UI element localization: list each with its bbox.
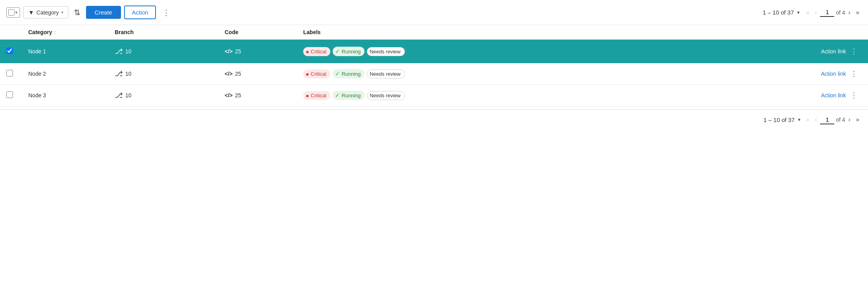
col-header-category: Category ↕ — [28, 29, 115, 35]
review-label-text: Needs review — [370, 49, 401, 55]
create-button[interactable]: Create — [86, 6, 121, 19]
row-branch-0: ⎇10 — [115, 47, 225, 56]
next-page-button[interactable]: › — [846, 7, 853, 18]
select-all-checkbox-wrapper[interactable]: ▾ — [6, 7, 20, 18]
label-running-badge: ✓Running — [333, 91, 364, 100]
bottom-next-page-button[interactable]: › — [846, 115, 853, 125]
row-checkbox-2 — [6, 91, 28, 99]
row-labels-1: ●Critical✓RunningNeeds review — [303, 69, 775, 78]
row-checkbox-input-1[interactable] — [6, 70, 13, 76]
running-icon: ✓ — [335, 70, 340, 77]
pagination-nav: « ‹ 1 of 4 › » — [804, 7, 862, 18]
row-code-1: </>25 — [225, 71, 303, 77]
filter-button[interactable]: ▼ Category ▾ — [23, 6, 68, 18]
col-header-branch: Branch — [115, 29, 225, 35]
running-icon: ✓ — [335, 48, 340, 55]
row-action-link-2[interactable]: Action link — [775, 92, 846, 98]
more-vert-icon: ⋮ — [162, 8, 170, 17]
last-page-button[interactable]: » — [853, 7, 862, 18]
sort-button[interactable]: ⇅ — [71, 6, 83, 19]
branch-value: 10 — [125, 48, 132, 55]
col-header-action — [775, 29, 846, 35]
bottom-page-input[interactable]: 1 — [820, 115, 834, 124]
pagination-info: 1 – 10 of 37 ▼ — [763, 9, 800, 16]
row-branch-1: ⎇10 — [115, 69, 225, 78]
critical-icon: ● — [306, 48, 309, 55]
col-header-checkbox — [6, 29, 28, 35]
code-icon: </> — [225, 48, 233, 55]
bottom-first-page-button[interactable]: « — [804, 115, 812, 125]
sort-icon: ⇅ — [74, 8, 81, 17]
label-critical-badge: ●Critical — [303, 91, 330, 100]
row-more-btn-1[interactable]: ⋮ — [848, 69, 860, 79]
critical-icon: ● — [306, 71, 309, 77]
review-label-text: Needs review — [370, 71, 401, 77]
row-checkbox-input-2[interactable] — [6, 91, 13, 98]
code-value: 25 — [235, 48, 241, 55]
col-header-code: Code — [225, 29, 303, 35]
row-category-2: Node 3 — [28, 92, 115, 98]
label-critical-badge: ●Critical — [303, 47, 330, 56]
branch-icon: ⎇ — [115, 47, 123, 56]
running-label-text: Running — [342, 93, 361, 98]
more-options-button[interactable]: ⋮ — [159, 6, 174, 19]
row-checkbox-1 — [6, 70, 28, 78]
code-icon: </> — [225, 71, 233, 77]
bottom-last-page-button[interactable]: » — [853, 115, 862, 125]
of-pages-text: of 4 — [836, 9, 845, 16]
label-review-badge: Needs review — [367, 91, 405, 100]
row-more-btn-0[interactable]: ⋮ — [848, 46, 860, 56]
bottom-pagination-caret[interactable]: ▼ — [797, 117, 801, 122]
review-label-text: Needs review — [370, 93, 401, 98]
running-label-text: Running — [342, 49, 361, 55]
col-header-more — [846, 29, 862, 35]
row-category-0: Node 1 — [28, 48, 115, 55]
code-value: 25 — [235, 71, 241, 77]
row-action-link-0[interactable]: Action link — [775, 48, 846, 55]
row-checkbox-input-0[interactable] — [6, 47, 13, 54]
pagination-count-caret[interactable]: ▼ — [796, 10, 800, 15]
row-more-btn-2[interactable]: ⋮ — [848, 90, 860, 100]
col-header-labels: Labels — [303, 29, 775, 35]
table-row: Node 2⎇10</>25●Critical✓RunningNeeds rev… — [0, 63, 868, 85]
row-action-link-1[interactable]: Action link — [775, 71, 846, 77]
first-page-button[interactable]: « — [804, 7, 812, 18]
bottom-prev-page-button[interactable]: ‹ — [813, 115, 819, 125]
select-all-dropdown-btn[interactable]: ▾ — [15, 9, 18, 15]
bottom-of-pages-text: of 4 — [836, 117, 845, 123]
row-more-1: ⋮ — [846, 69, 862, 79]
category-sort-icon[interactable]: ↕ — [54, 29, 56, 35]
code-value: 25 — [235, 92, 241, 98]
table-body: Node 1⎇10</>25●Critical✓RunningNeeds rev… — [0, 40, 868, 106]
row-code-0: </>25 — [225, 48, 303, 55]
bottom-page-input-wrapper: 1 of 4 — [820, 115, 845, 124]
branch-icon: ⎇ — [115, 69, 123, 78]
filter-label: Category — [37, 9, 59, 16]
row-code-2: </>25 — [225, 92, 303, 98]
label-running-badge: ✓Running — [333, 69, 364, 78]
prev-page-button[interactable]: ‹ — [813, 7, 819, 18]
bottom-pagination-info: 1 – 10 of 37 ▼ — [764, 117, 801, 123]
critical-icon: ● — [306, 92, 309, 99]
table-row: Node 1⎇10</>25●Critical✓RunningNeeds rev… — [0, 40, 868, 63]
filter-icon: ▼ — [28, 9, 34, 16]
critical-label-text: Critical — [311, 71, 326, 77]
branch-icon: ⎇ — [115, 91, 123, 100]
running-label-text: Running — [342, 71, 361, 77]
action-button[interactable]: Action — [124, 5, 156, 19]
table-row: Node 3⎇10</>25●Critical✓RunningNeeds rev… — [0, 85, 868, 106]
page-input-wrapper: 1 of 4 — [820, 8, 845, 17]
row-branch-2: ⎇10 — [115, 91, 225, 100]
row-more-2: ⋮ — [846, 90, 862, 100]
page-input[interactable]: 1 — [820, 8, 834, 17]
bottom-pagination-count: 1 – 10 of 37 — [764, 117, 795, 123]
row-labels-2: ●Critical✓RunningNeeds review — [303, 91, 775, 100]
bottom-pagination-nav: « ‹ 1 of 4 › » — [804, 115, 862, 125]
label-review-badge: Needs review — [367, 47, 405, 56]
select-all-checkbox[interactable] — [8, 9, 15, 16]
bottom-toolbar: 1 – 10 of 37 ▼ « ‹ 1 of 4 › » — [0, 109, 868, 129]
code-icon: </> — [225, 92, 233, 98]
pagination-count: 1 – 10 of 37 — [763, 9, 794, 16]
branch-value: 10 — [125, 71, 132, 77]
row-checkbox-0 — [6, 47, 28, 55]
